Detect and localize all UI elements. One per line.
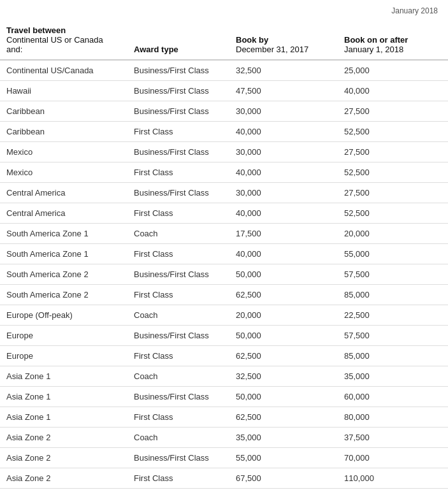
cell-book_by: 30,000	[229, 101, 338, 122]
cell-award: First Class	[127, 244, 229, 264]
cell-book_by: 62,500	[229, 407, 338, 428]
cell-destination: Asia Zone 1	[0, 366, 127, 387]
cell-book_after: 20,000	[338, 224, 448, 244]
cell-award: Business/First Class	[127, 60, 229, 81]
cell-award: Business/First Class	[127, 81, 229, 101]
table-row: CaribbeanBusiness/First Class30,00027,50…	[0, 101, 448, 122]
cell-book_after: 35,000	[338, 366, 448, 387]
cell-award: Business/First Class	[127, 183, 229, 203]
cell-book_after: 85,000	[338, 285, 448, 305]
cell-award: First Class	[127, 285, 229, 305]
cell-book_after: 57,500	[338, 326, 448, 346]
cell-destination: Continental US/Canada	[0, 60, 127, 81]
cell-book_by: 30,000	[229, 142, 338, 162]
cell-book_by: 67,500	[229, 468, 338, 489]
cell-book_after: 27,500	[338, 142, 448, 162]
cell-award: Coach	[127, 428, 229, 448]
table-row: MexicoBusiness/First Class30,00027,500	[0, 142, 448, 162]
cell-book_after: 25,000	[338, 60, 448, 81]
cell-award: Business/First Class	[127, 142, 229, 162]
table-row: EuropeFirst Class62,50085,000	[0, 346, 448, 366]
cell-award: Business/First Class	[127, 101, 229, 122]
table-header-row: Travel between Continental US or Canada …	[0, 20, 448, 60]
cell-book_by: 17,500	[229, 224, 338, 244]
cell-book_after: 37,500	[338, 428, 448, 448]
award-table: Travel between Continental US or Canada …	[0, 20, 448, 489]
table-row: Central AmericaBusiness/First Class30,00…	[0, 183, 448, 203]
table-row: Asia Zone 1Coach32,50035,000	[0, 366, 448, 387]
table-row: EuropeBusiness/First Class50,00057,500	[0, 326, 448, 346]
col-header-destination: Travel between Continental US or Canada …	[0, 20, 127, 60]
cell-book_by: 40,000	[229, 203, 338, 224]
cell-award: First Class	[127, 468, 229, 489]
col-header-book-by: Book by December 31, 2017	[229, 20, 338, 60]
table-row: CaribbeanFirst Class40,00052,500	[0, 122, 448, 142]
table-row: MexicoFirst Class40,00052,500	[0, 162, 448, 183]
cell-book_by: 62,500	[229, 346, 338, 366]
cell-award: Coach	[127, 305, 229, 326]
table-row: South America Zone 1Coach17,50020,000	[0, 224, 448, 244]
cell-book_by: 40,000	[229, 244, 338, 264]
cell-book_by: 35,000	[229, 428, 338, 448]
col-book-by-line1: Book by	[236, 35, 268, 45]
cell-book_by: 55,000	[229, 448, 338, 468]
cell-destination: Asia Zone 2	[0, 448, 127, 468]
col-book-after-line1: Book on or after	[344, 35, 408, 45]
cell-destination: South America Zone 1	[0, 244, 127, 264]
col-book-by-line2: December 31, 2017	[236, 45, 308, 54]
cell-book_after: 70,000	[338, 448, 448, 468]
cell-destination: Caribbean	[0, 101, 127, 122]
cell-book_after: 52,500	[338, 203, 448, 224]
cell-destination: Asia Zone 2	[0, 468, 127, 489]
cell-book_after: 55,000	[338, 244, 448, 264]
cell-award: First Class	[127, 162, 229, 183]
cell-book_by: 62,500	[229, 285, 338, 305]
cell-book_by: 50,000	[229, 264, 338, 285]
table-row: South America Zone 2First Class62,50085,…	[0, 285, 448, 305]
cell-destination: Central America	[0, 183, 127, 203]
table-row: HawaiiBusiness/First Class47,50040,000	[0, 81, 448, 101]
cell-book_after: 57,500	[338, 264, 448, 285]
cell-award: First Class	[127, 407, 229, 428]
cell-book_by: 32,500	[229, 366, 338, 387]
cell-destination: Europe	[0, 326, 127, 346]
cell-book_after: 52,500	[338, 122, 448, 142]
cell-destination: South America Zone 2	[0, 264, 127, 285]
cell-book_by: 40,000	[229, 162, 338, 183]
cell-book_after: 40,000	[338, 81, 448, 101]
cell-destination: Europe (Off-peak)	[0, 305, 127, 326]
cell-award: First Class	[127, 122, 229, 142]
cell-book_after: 110,000	[338, 468, 448, 489]
cell-award: Business/First Class	[127, 448, 229, 468]
table-row: South America Zone 2Business/First Class…	[0, 264, 448, 285]
table-row: Asia Zone 2First Class67,500110,000	[0, 468, 448, 489]
cell-destination: Europe	[0, 346, 127, 366]
cell-destination: South America Zone 1	[0, 224, 127, 244]
cell-book_by: 50,000	[229, 326, 338, 346]
cell-award: First Class	[127, 203, 229, 224]
cell-destination: Asia Zone 1	[0, 407, 127, 428]
date-label: January 2018	[0, 6, 448, 20]
table-row: Asia Zone 2Business/First Class55,00070,…	[0, 448, 448, 468]
table-row: Asia Zone 1First Class62,50080,000	[0, 407, 448, 428]
col-book-after-line2: January 1, 2018	[344, 45, 403, 54]
cell-book_by: 40,000	[229, 122, 338, 142]
cell-book_by: 50,000	[229, 387, 338, 407]
cell-award: Business/First Class	[127, 387, 229, 407]
cell-award: Business/First Class	[127, 326, 229, 346]
cell-award: Coach	[127, 224, 229, 244]
cell-book_by: 20,000	[229, 305, 338, 326]
cell-book_by: 30,000	[229, 183, 338, 203]
cell-destination: Mexico	[0, 142, 127, 162]
cell-award: Coach	[127, 366, 229, 387]
cell-book_after: 22,500	[338, 305, 448, 326]
col-destination-line1: Travel between	[6, 25, 66, 35]
cell-award: Business/First Class	[127, 264, 229, 285]
cell-book_after: 60,000	[338, 387, 448, 407]
col-header-award: Award type	[127, 20, 229, 60]
table-row: South America Zone 1First Class40,00055,…	[0, 244, 448, 264]
table-row: Asia Zone 2Coach35,00037,500	[0, 428, 448, 448]
cell-destination: Caribbean	[0, 122, 127, 142]
cell-destination: Central America	[0, 203, 127, 224]
cell-destination: South America Zone 2	[0, 285, 127, 305]
